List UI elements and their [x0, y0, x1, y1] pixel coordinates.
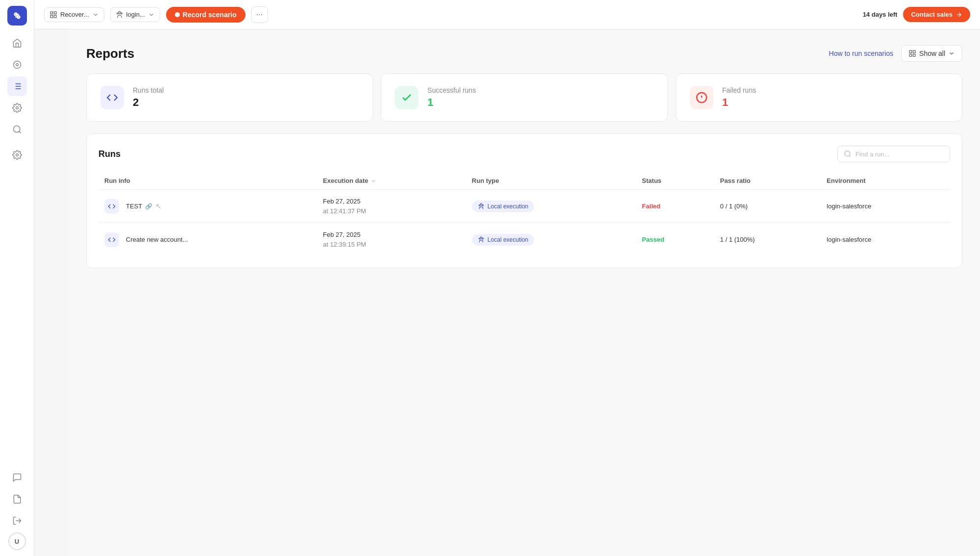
- project-selector[interactable]: Recover...: [44, 7, 104, 22]
- sidebar-item-recordings[interactable]: [7, 55, 27, 75]
- runs-section: Runs Run info Execution date Run type: [86, 133, 962, 268]
- how-to-link[interactable]: How to run scenarios: [829, 50, 894, 57]
- run-type-cell-1: Local execution: [466, 190, 636, 223]
- runs-title: Runs: [98, 149, 121, 159]
- svg-rect-24: [913, 51, 915, 53]
- show-all-label: Show all: [919, 50, 945, 57]
- failed-label: Failed runs: [722, 86, 756, 94]
- execution-date-cell-2: Feb 27, 2025 at 12:39:15 PM: [317, 223, 466, 256]
- show-all-chevron-icon: [948, 50, 955, 57]
- more-icon: ···: [256, 10, 263, 19]
- link-icon-1[interactable]: 🔗: [145, 203, 152, 210]
- col-run-info: Run info: [98, 172, 317, 190]
- svg-point-11: [13, 126, 20, 132]
- successful-icon: [395, 86, 418, 109]
- toolbar-right: 14 days left Contact sales: [863, 7, 970, 22]
- sidebar-item-user[interactable]: U: [8, 532, 26, 550]
- svg-point-32: [480, 203, 482, 205]
- environment-cell-1: login-salesforce: [821, 190, 950, 223]
- svg-point-30: [845, 151, 850, 156]
- local-exec-icon-2: [478, 236, 485, 243]
- trial-text: 14 days left: [863, 11, 898, 18]
- search-icon: [844, 150, 852, 158]
- sidebar-item-reports[interactable]: [7, 76, 27, 96]
- project-chevron-icon: [92, 11, 99, 18]
- svg-point-21: [117, 13, 118, 14]
- search-input-wrap[interactable]: [837, 146, 950, 162]
- toolbar: Recover... login... Record scenario ··· …: [34, 0, 980, 29]
- runs-total-icon: [100, 86, 124, 109]
- show-all-button[interactable]: Show all: [901, 45, 962, 62]
- run-type-badge-1: Local execution: [472, 201, 534, 212]
- project-label: Recover...: [60, 11, 89, 18]
- record-dot: [175, 12, 180, 17]
- app-logo[interactable]: [7, 6, 27, 25]
- sidebar-item-chat[interactable]: [7, 468, 27, 487]
- svg-point-35: [480, 237, 482, 239]
- run-info-cell-1: TEST 🔗 ↖: [98, 190, 317, 223]
- col-pass-ratio: Pass ratio: [714, 172, 821, 190]
- runs-table: Run info Execution date Run type Status …: [98, 172, 950, 256]
- stat-card-successful-info: Successful runs 1: [427, 86, 476, 109]
- sidebar-item-home[interactable]: [7, 33, 27, 53]
- exec-date-line2-1: at 12:41:37 PM: [323, 206, 460, 216]
- page-title: Reports: [86, 46, 134, 61]
- show-all-icon: [908, 50, 916, 57]
- stat-card-runs-total-info: Runs total 2: [133, 86, 164, 109]
- svg-point-3: [16, 64, 18, 66]
- main-content: Reports How to run scenarios Show all Ru…: [69, 29, 980, 556]
- status-cell-2: Passed: [636, 223, 714, 256]
- pass-ratio-cell-1: 0 / 1 (0%): [714, 190, 821, 223]
- svg-line-31: [849, 155, 851, 157]
- stats-row: Runs total 2 Successful runs 1 Failed ru…: [86, 74, 962, 122]
- svg-rect-25: [909, 54, 912, 56]
- sidebar-item-logout[interactable]: [7, 511, 27, 531]
- search-input[interactable]: [856, 151, 944, 158]
- trial-days: 14: [863, 11, 870, 18]
- svg-point-37: [479, 238, 480, 239]
- svg-rect-15: [50, 12, 53, 14]
- svg-point-19: [119, 11, 121, 13]
- table-row: TEST 🔗 ↖ Feb 27, 2025 at 12:41:37 PM: [98, 190, 950, 223]
- login-icon: [116, 11, 123, 19]
- sidebar: U: [0, 0, 34, 556]
- contact-sales-button[interactable]: Contact sales: [903, 7, 970, 22]
- col-status: Status: [636, 172, 714, 190]
- svg-line-12: [19, 131, 21, 133]
- svg-point-36: [482, 238, 483, 239]
- failed-icon: [690, 86, 713, 109]
- login-selector[interactable]: login...: [110, 7, 160, 22]
- sidebar-item-gear2[interactable]: [7, 145, 27, 165]
- status-failed-1: Failed: [642, 202, 661, 210]
- runs-header: Runs: [98, 146, 950, 162]
- run-name-2[interactable]: Create new account...: [126, 236, 188, 243]
- status-passed-2: Passed: [642, 236, 664, 243]
- run-type-badge-2: Local execution: [472, 234, 534, 246]
- cursor-indicator: ↖: [155, 202, 162, 211]
- exec-date-line1-1: Feb 27, 2025: [323, 197, 460, 206]
- svg-rect-26: [913, 54, 915, 56]
- sidebar-item-docs[interactable]: [7, 489, 27, 509]
- sidebar-item-settings[interactable]: [7, 98, 27, 118]
- svg-rect-17: [54, 15, 56, 18]
- record-button[interactable]: Record scenario: [166, 7, 245, 23]
- run-info-cell-2: Create new account...: [98, 223, 317, 256]
- sidebar-item-search[interactable]: [7, 120, 27, 139]
- record-label: Record scenario: [183, 11, 237, 19]
- run-name-1[interactable]: TEST: [126, 202, 142, 210]
- svg-rect-16: [54, 12, 56, 14]
- reports-header: Reports How to run scenarios Show all: [86, 45, 962, 62]
- svg-rect-23: [909, 51, 912, 53]
- reports-header-actions: How to run scenarios Show all: [829, 45, 962, 62]
- col-execution-date[interactable]: Execution date: [317, 172, 466, 190]
- login-chevron-icon: [148, 11, 155, 18]
- pass-ratio-cell-2: 1 / 1 (100%): [714, 223, 821, 256]
- login-label: login...: [126, 11, 145, 18]
- svg-rect-18: [50, 15, 53, 18]
- svg-point-2: [13, 61, 21, 69]
- stat-card-failed-info: Failed runs 1: [722, 86, 756, 109]
- stat-card-failed: Failed runs 1: [676, 74, 962, 122]
- table-row: Create new account... Feb 27, 2025 at 12…: [98, 223, 950, 256]
- run-type-cell-2: Local execution: [466, 223, 636, 256]
- more-button[interactable]: ···: [251, 6, 268, 23]
